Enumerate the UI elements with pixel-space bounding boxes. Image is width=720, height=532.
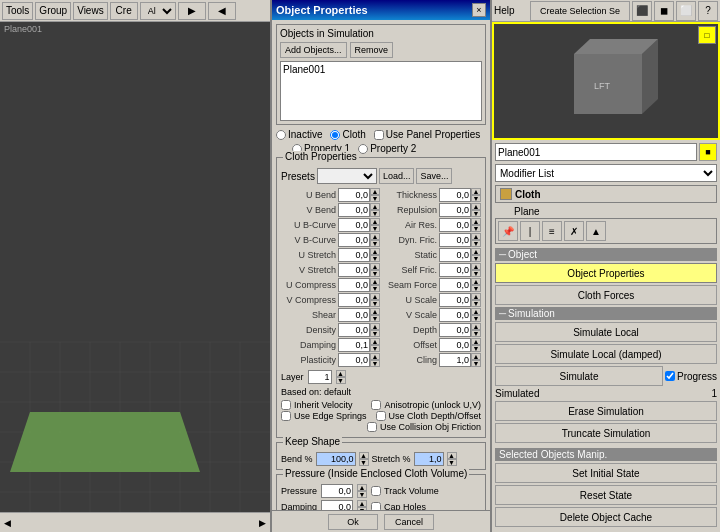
u-compress-input[interactable] xyxy=(338,278,370,292)
depth-down[interactable]: ▼ xyxy=(471,330,481,337)
remove-button[interactable]: Remove xyxy=(350,42,394,58)
u-b-curve-down[interactable]: ▼ xyxy=(370,225,380,232)
v-compress-input[interactable] xyxy=(338,293,370,307)
cling-down[interactable]: ▼ xyxy=(471,360,481,367)
v-bend-down[interactable]: ▼ xyxy=(370,210,380,217)
truncate-simulation-button[interactable]: Truncate Simulation xyxy=(495,423,717,443)
copy-icon[interactable]: | xyxy=(520,221,540,241)
u-stretch-input[interactable] xyxy=(338,248,370,262)
viewport-nav-right[interactable]: ▶ xyxy=(259,518,266,528)
property2-radio-item[interactable]: Property 2 xyxy=(358,143,416,154)
pressure-down[interactable]: ▼ xyxy=(357,491,367,498)
density-input[interactable] xyxy=(338,323,370,337)
repulsion-up[interactable]: ▲ xyxy=(471,203,481,210)
plasticity-down[interactable]: ▼ xyxy=(370,360,380,367)
use-collision-obj-check[interactable] xyxy=(367,422,377,432)
select-btn2[interactable]: ◀ xyxy=(208,2,236,20)
toolbar-icon4[interactable]: ? xyxy=(698,1,718,21)
viewport-nav-left[interactable]: ◀ xyxy=(4,518,11,528)
simulate-check[interactable] xyxy=(665,371,675,381)
set-initial-state-button[interactable]: Set Initial State xyxy=(495,463,717,483)
u-scale-down[interactable]: ▼ xyxy=(471,300,481,307)
toolbar-icon3[interactable]: ⬜ xyxy=(676,1,696,21)
group-menu[interactable]: Group xyxy=(35,2,71,20)
delete-icon[interactable]: ✗ xyxy=(564,221,584,241)
air-res-down[interactable]: ▼ xyxy=(471,225,481,232)
stretch-pct-input[interactable] xyxy=(414,452,444,466)
u-b-curve-input[interactable] xyxy=(338,218,370,232)
self-fric-up[interactable]: ▲ xyxy=(471,263,481,270)
presets-select[interactable] xyxy=(317,168,377,184)
add-objects-button[interactable]: Add Objects... xyxy=(280,42,347,58)
static-input[interactable] xyxy=(439,248,471,262)
shear-down[interactable]: ▼ xyxy=(370,315,380,322)
all-select[interactable]: All xyxy=(140,2,176,20)
density-up[interactable]: ▲ xyxy=(370,323,380,330)
v-b-curve-up[interactable]: ▲ xyxy=(370,233,380,240)
v-stretch-up[interactable]: ▲ xyxy=(370,263,380,270)
simulate-local-button[interactable]: Simulate Local xyxy=(495,322,717,342)
u-compress-down[interactable]: ▼ xyxy=(370,285,380,292)
dyn-fric-down[interactable]: ▼ xyxy=(471,240,481,247)
bend-pct-input[interactable] xyxy=(316,452,356,466)
objects-list[interactable]: Plane001 xyxy=(280,61,482,121)
v-bend-input[interactable] xyxy=(338,203,370,217)
offset-up[interactable]: ▲ xyxy=(471,338,481,345)
air-res-input[interactable] xyxy=(439,218,471,232)
seam-force-input[interactable] xyxy=(439,278,471,292)
plasticity-input[interactable] xyxy=(338,353,370,367)
inactive-radio-item[interactable]: Inactive xyxy=(276,129,322,140)
inactive-radio[interactable] xyxy=(276,130,286,140)
cloth-radio-item[interactable]: Cloth xyxy=(330,129,365,140)
modifier-list-select[interactable]: Modifier List xyxy=(495,164,717,182)
v-stretch-input[interactable] xyxy=(338,263,370,277)
u-compress-up[interactable]: ▲ xyxy=(370,278,380,285)
cling-up[interactable]: ▲ xyxy=(471,353,481,360)
erase-simulation-button[interactable]: Erase Simulation xyxy=(495,401,717,421)
depth-input[interactable] xyxy=(439,323,471,337)
save-button[interactable]: Save... xyxy=(416,168,452,184)
u-scale-input[interactable] xyxy=(439,293,471,307)
pressure-damping-up[interactable]: ▲ xyxy=(357,500,367,507)
damping-down[interactable]: ▼ xyxy=(370,345,380,352)
pressure-damping-input[interactable] xyxy=(321,500,353,510)
layer-input[interactable] xyxy=(308,370,332,384)
self-fric-input[interactable] xyxy=(439,263,471,277)
shear-up[interactable]: ▲ xyxy=(370,308,380,315)
simulate-local-damped-button[interactable]: Simulate Local (damped) xyxy=(495,344,717,364)
density-down[interactable]: ▼ xyxy=(370,330,380,337)
layer-up[interactable]: ▲ xyxy=(336,370,346,377)
object-name-expand-btn[interactable]: ■ xyxy=(699,143,717,161)
tools-menu[interactable]: Tools xyxy=(2,2,33,20)
v-compress-up[interactable]: ▲ xyxy=(370,293,380,300)
u-stretch-up[interactable]: ▲ xyxy=(370,248,380,255)
pressure-damping-down[interactable]: ▼ xyxy=(357,507,367,510)
shear-input[interactable] xyxy=(338,308,370,322)
pressure-up[interactable]: ▲ xyxy=(357,484,367,491)
u-bend-down[interactable]: ▼ xyxy=(370,195,380,202)
paste-icon[interactable]: ≡ xyxy=(542,221,562,241)
air-res-up[interactable]: ▲ xyxy=(471,218,481,225)
views-menu[interactable]: Views xyxy=(73,2,108,20)
cling-input[interactable] xyxy=(439,353,471,367)
load-button[interactable]: Load... xyxy=(379,168,415,184)
offset-input[interactable] xyxy=(439,338,471,352)
seam-force-up[interactable]: ▲ xyxy=(471,278,481,285)
depth-up[interactable]: ▲ xyxy=(471,323,481,330)
v-scale-input[interactable] xyxy=(439,308,471,322)
bend-pct-up[interactable]: ▲ xyxy=(359,452,369,459)
u-stretch-down[interactable]: ▼ xyxy=(370,255,380,262)
thickness-down[interactable]: ▼ xyxy=(471,195,481,202)
cloth-forces-button[interactable]: Cloth Forces xyxy=(495,285,717,305)
use-panel-props-check[interactable] xyxy=(374,130,384,140)
damping-up[interactable]: ▲ xyxy=(370,338,380,345)
v-scale-up[interactable]: ▲ xyxy=(471,308,481,315)
object-properties-button[interactable]: Object Properties xyxy=(495,263,717,283)
use-cloth-depth-check[interactable] xyxy=(376,411,386,421)
repulsion-input[interactable] xyxy=(439,203,471,217)
property2-radio[interactable] xyxy=(358,144,368,154)
dyn-fric-up[interactable]: ▲ xyxy=(471,233,481,240)
pressure-input[interactable] xyxy=(321,484,353,498)
delete-cache-button[interactable]: Delete Object Cache xyxy=(495,507,717,527)
thickness-input[interactable] xyxy=(439,188,471,202)
